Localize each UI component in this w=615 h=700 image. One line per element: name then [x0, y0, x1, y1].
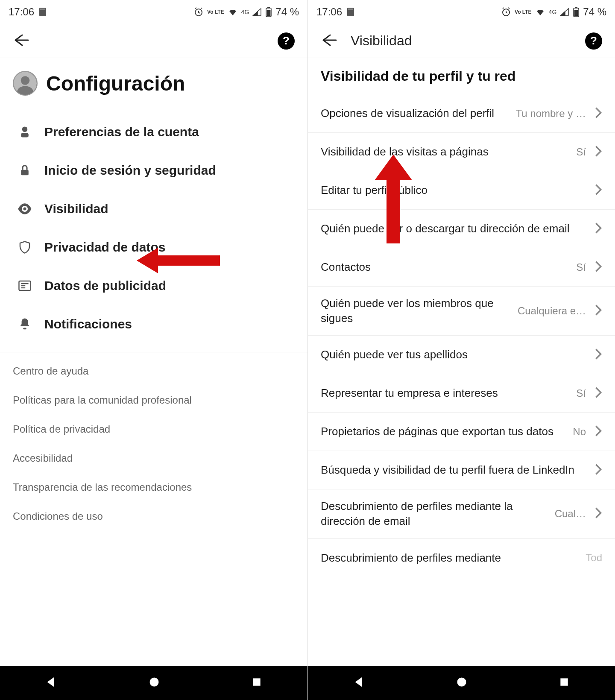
annotation-arrow-up [372, 152, 415, 246]
row-profile-viewing-options[interactable]: Opciones de visualización del perfil Tu … [308, 94, 615, 133]
chevron-right-icon [594, 222, 602, 236]
page-title: Configuración [46, 72, 185, 95]
status-time: 17:06 [9, 6, 34, 18]
newspaper-icon [17, 280, 32, 292]
chevron-right-icon [594, 463, 602, 477]
menu-item-visibility[interactable]: Visibilidad [0, 190, 308, 228]
secondary-links: Centro de ayuda Políticas para la comuni… [0, 357, 308, 531]
setting-value: Tod [586, 552, 602, 564]
menu-label: Notificaciones [44, 317, 132, 331]
primary-settings-menu: Preferencias de la cuenta Inicio de sesi… [0, 113, 308, 343]
setting-value: No [573, 426, 586, 438]
row-page-owners-export[interactable]: Propietarios de páginas que exportan tus… [308, 413, 615, 451]
phone-right-visibility: 17:06 Vo LTE 4G 74 % Vis [308, 0, 615, 700]
status-bar: 17:06 Vo LTE 4G 74 % [308, 0, 615, 24]
row-discovery-by-phone[interactable]: Descubrimiento de perfiles mediante Tod [308, 539, 615, 577]
setting-label: Opciones de visualización del perfil [321, 106, 511, 121]
menu-item-signin[interactable]: Inicio de sesión y seguridad [0, 151, 308, 190]
network-label: 4G [241, 9, 249, 15]
svg-rect-27 [560, 678, 568, 685]
chevron-right-icon [594, 507, 602, 521]
setting-label: Propietarios de páginas que exportan tus… [321, 424, 568, 439]
link-help-center[interactable]: Centro de ayuda [0, 357, 308, 386]
row-discovery-by-email[interactable]: Descubrimiento de perfiles mediante la d… [308, 489, 615, 539]
chevron-right-icon [594, 261, 602, 274]
link-recommendations[interactable]: Transparencia de las recomendaciones [0, 473, 308, 502]
setting-label: Descubrimiento de perfiles mediante [321, 551, 580, 565]
chevron-right-icon [594, 304, 602, 318]
svg-rect-19 [253, 678, 260, 685]
chevron-right-icon [594, 107, 602, 120]
menu-label: Datos de publicidad [44, 278, 166, 293]
row-off-linkedin-visibility[interactable]: Búsqueda y visibilidad de tu perfil fuer… [308, 451, 615, 489]
alarm-icon [193, 7, 204, 17]
nav-recents-button[interactable] [251, 677, 262, 689]
lock-icon [17, 164, 32, 177]
toolbar-title: Visibilidad [351, 33, 572, 49]
menu-label: Preferencias de la cuenta [44, 125, 199, 139]
back-button[interactable] [321, 33, 338, 49]
menu-item-notifications[interactable]: Notificaciones [0, 305, 308, 343]
row-edit-public-profile[interactable]: Editar tu perfil público [308, 171, 615, 210]
row-represent-company[interactable]: Representar tu empresa e intereses Sí [308, 374, 615, 413]
shield-icon [17, 240, 32, 254]
chevron-right-icon [594, 387, 602, 400]
sim-icon [38, 7, 47, 17]
row-following-visibility[interactable]: Quién puede ver los miembros que sigues … [308, 287, 615, 336]
svg-rect-11 [21, 170, 29, 176]
nav-home-button[interactable] [456, 676, 468, 690]
row-lastname-visibility[interactable]: Quién puede ver tus apellidos [308, 336, 615, 374]
signal-icon [560, 8, 569, 16]
row-page-visit-visibility[interactable]: Visibilidad de las visitas a páginas Sí [308, 133, 615, 171]
menu-label: Visibilidad [44, 202, 108, 216]
help-button[interactable]: ? [585, 32, 602, 50]
menu-item-privacy[interactable]: Privacidad de datos [0, 228, 308, 267]
svg-rect-21 [348, 9, 353, 10]
nav-recents-button[interactable] [559, 677, 570, 689]
svg-rect-17 [23, 328, 26, 330]
battery-icon [265, 7, 272, 17]
chevron-right-icon [594, 184, 602, 197]
nav-back-button[interactable] [353, 676, 365, 690]
sim-icon [346, 7, 355, 17]
svg-point-26 [457, 678, 466, 687]
row-contacts[interactable]: Contactos Sí [308, 248, 615, 287]
nav-home-button[interactable] [148, 676, 160, 690]
setting-label: Visibilidad de las visitas a páginas [321, 144, 571, 159]
link-accessibility[interactable]: Accesibilidad [0, 444, 308, 473]
status-bar: 17:06 Vo LTE 4G 74 % [0, 0, 308, 24]
chevron-right-icon [594, 425, 602, 439]
link-privacy-policy[interactable]: Política de privacidad [0, 415, 308, 444]
svg-rect-24 [575, 7, 577, 8]
setting-label: Búsqueda y visibilidad de tu perfil fuer… [321, 463, 581, 477]
help-button[interactable]: ? [278, 32, 295, 50]
svg-rect-25 [574, 10, 578, 16]
menu-item-account[interactable]: Preferencias de la cuenta [0, 113, 308, 151]
bell-icon [17, 317, 32, 331]
svg-point-12 [23, 207, 26, 210]
avatar[interactable] [13, 71, 38, 96]
eye-icon [17, 202, 32, 215]
setting-value: Sí [576, 146, 586, 158]
setting-label: Quién puede ver los miembros que sigues [321, 296, 512, 326]
setting-label: Representar tu empresa e intereses [321, 386, 571, 401]
menu-label: Inicio de sesión y seguridad [44, 163, 216, 178]
setting-label: Quién puede ver o descargar tu dirección… [321, 221, 581, 236]
row-email-visibility[interactable]: Quién puede ver o descargar tu dirección… [308, 210, 615, 248]
svg-rect-4 [267, 7, 270, 8]
link-terms[interactable]: Condiciones de uso [0, 502, 308, 531]
setting-value: Cual… [555, 508, 586, 520]
android-nav-bar [0, 666, 308, 700]
svg-rect-5 [267, 10, 271, 16]
nav-back-button[interactable] [45, 676, 57, 690]
battery-percent: 74 % [275, 6, 299, 18]
divider [0, 352, 308, 352]
visibility-settings-list: Opciones de visualización del perfil Tu … [308, 94, 615, 577]
setting-value: Sí [576, 261, 586, 273]
back-button[interactable] [13, 33, 30, 49]
volte-icon: Vo LTE [207, 9, 224, 15]
link-community-policies[interactable]: Políticas para la comunidad profesional [0, 386, 308, 415]
setting-value: Tu nombre y … [516, 108, 586, 120]
menu-item-ads[interactable]: Datos de publicidad [0, 267, 308, 305]
svg-point-7 [21, 76, 29, 85]
